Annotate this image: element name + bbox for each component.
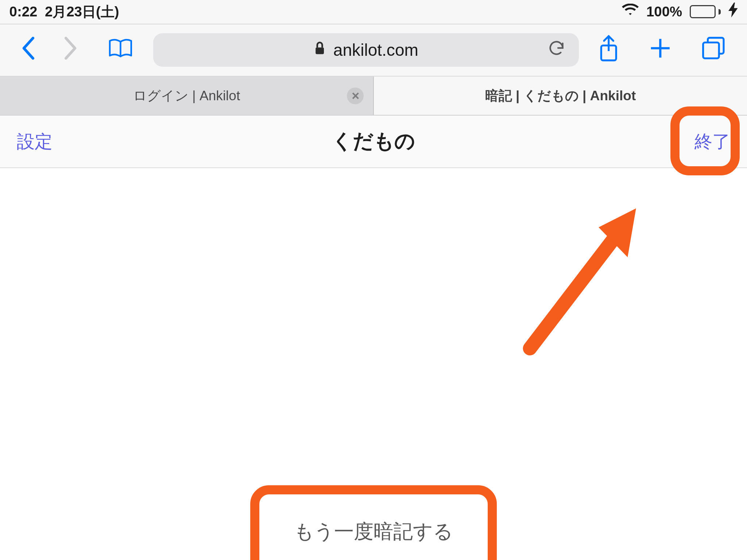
lock-icon <box>314 40 326 60</box>
bookmarks-icon[interactable] <box>107 36 135 64</box>
memorize-again-button[interactable]: もう一度暗記する <box>262 502 485 560</box>
tabs-icon[interactable] <box>700 35 727 65</box>
finish-button[interactable]: 終了 <box>694 130 730 153</box>
status-date: 2月23日(土) <box>45 3 119 21</box>
page-header-bar: 設定 くだもの 終了 <box>0 116 747 168</box>
tab-close-icon[interactable] <box>347 88 364 104</box>
svg-rect-7 <box>703 43 719 59</box>
share-icon[interactable] <box>597 34 620 66</box>
ios-status-bar: 0:22 2月23日(土) 100% <box>0 0 747 24</box>
status-time: 0:22 <box>9 4 38 20</box>
url-domain: ankilot.com <box>333 40 418 60</box>
page-content: もう一度暗記する <box>0 168 747 560</box>
tab-title: 暗記 | くだもの | Ankilot <box>485 87 636 105</box>
address-bar[interactable]: ankilot.com <box>153 33 579 67</box>
svg-rect-1 <box>316 47 324 54</box>
tab-active[interactable]: 暗記 | くだもの | Ankilot <box>374 77 747 115</box>
settings-button[interactable]: 設定 <box>17 130 53 153</box>
battery-percent: 100% <box>646 4 682 20</box>
tab-strip: ログイン | Ankilot 暗記 | くだもの | Ankilot <box>0 77 747 116</box>
page-title: くだもの <box>332 128 415 155</box>
safari-toolbar: ankilot.com <box>0 24 747 77</box>
screen: 0:22 2月23日(土) 100% <box>0 0 747 560</box>
tab-title: ログイン | Ankilot <box>133 87 240 105</box>
reload-icon[interactable] <box>547 39 566 61</box>
back-button[interactable] <box>20 36 35 64</box>
battery-icon <box>690 5 721 18</box>
wifi-icon <box>622 4 639 20</box>
tab-inactive[interactable]: ログイン | Ankilot <box>0 77 374 115</box>
charging-icon <box>728 3 738 21</box>
forward-button <box>63 36 78 64</box>
new-tab-icon[interactable] <box>648 36 673 64</box>
